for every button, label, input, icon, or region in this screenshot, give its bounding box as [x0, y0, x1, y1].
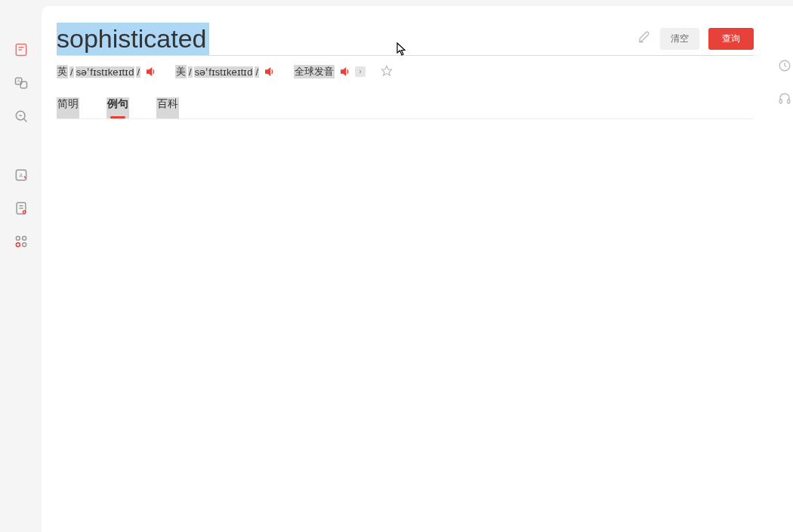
global-sound-icon[interactable] — [339, 66, 351, 78]
definition-tabs: 简明 例句 百科 — [57, 97, 754, 119]
wordbook-icon[interactable]: A — [13, 167, 29, 183]
us-sound-icon[interactable] — [264, 66, 276, 78]
slash: / — [188, 66, 193, 78]
uk-lang-label: 英 — [57, 65, 68, 78]
us-ipa: səˈfɪstɪkeɪtɪd — [194, 66, 254, 78]
us-pronunciation: 美 / səˈfɪstɪkeɪtɪd / — [175, 65, 276, 78]
tab-encyclopedia[interactable]: 百科 — [156, 97, 179, 118]
global-pron-label: 全球发音 — [294, 65, 335, 78]
uk-pronunciation: 英 / səˈfɪstɪkeɪtɪd / — [57, 65, 157, 78]
svg-point-18 — [22, 243, 26, 247]
apps-icon[interactable] — [13, 233, 29, 250]
right-sidebar — [776, 6, 793, 532]
svg-rect-22 — [788, 100, 790, 103]
search-bar: sophisticated 清空 查询 — [57, 23, 754, 56]
svg-point-17 — [16, 243, 20, 247]
tab-examples[interactable]: 例句 — [106, 97, 129, 118]
dictionary-icon[interactable] — [13, 42, 29, 58]
left-sidebar: A A — [0, 0, 42, 532]
chevron-right-icon[interactable] — [355, 66, 366, 77]
pronunciation-row: 英 / səˈfɪstɪkeɪtɪd / 美 / səˈfɪstɪkeɪtɪd … — [57, 65, 754, 79]
headphone-icon[interactable] — [778, 92, 791, 109]
svg-point-16 — [22, 236, 26, 240]
slash: / — [69, 66, 74, 78]
history-icon[interactable] — [778, 59, 791, 75]
slash: / — [255, 66, 259, 78]
svg-text:A: A — [17, 78, 20, 83]
search-input-word[interactable]: sophisticated — [57, 23, 209, 55]
svg-point-14 — [23, 211, 25, 213]
notebook-icon[interactable] — [13, 200, 29, 217]
svg-point-15 — [16, 236, 20, 240]
main-content: sophisticated 清空 查询 英 / səˈfɪstɪkeɪtɪd / — [42, 6, 776, 532]
magnify-icon[interactable] — [13, 108, 29, 125]
svg-rect-21 — [779, 100, 782, 103]
star-icon[interactable] — [381, 65, 393, 79]
uk-sound-icon[interactable] — [145, 66, 157, 78]
uk-ipa: səˈfɪstɪkeɪtɪd — [76, 66, 135, 78]
svg-text:A: A — [19, 173, 23, 178]
search-button[interactable]: 查询 — [708, 28, 754, 50]
handwrite-icon[interactable] — [637, 30, 651, 47]
tab-concise[interactable]: 简明 — [57, 97, 79, 118]
global-pronunciation: 全球发音 — [294, 65, 393, 79]
us-lang-label: 美 — [175, 65, 187, 78]
svg-line-7 — [23, 118, 26, 121]
translate-icon[interactable]: A — [13, 75, 29, 91]
slash: / — [136, 66, 140, 78]
clear-button[interactable]: 清空 — [660, 28, 699, 50]
